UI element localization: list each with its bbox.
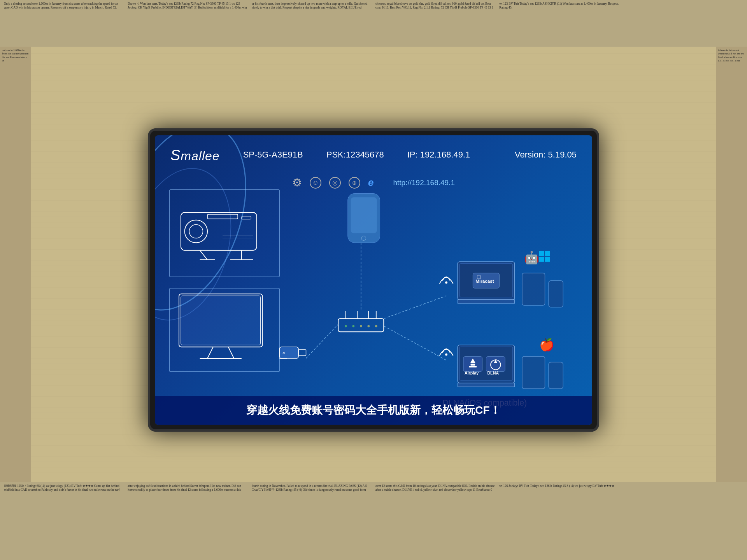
url-display: http://192.168.49.1 [393, 178, 455, 187]
svg-rect-1 [181, 212, 257, 250]
network-icon[interactable]: ⊕ [349, 177, 360, 189]
svg-rect-53 [545, 257, 550, 262]
svg-point-2 [185, 220, 207, 243]
svg-text:⬡: ⬡ [477, 274, 481, 280]
svg-text:🤖: 🤖 [524, 250, 539, 265]
svg-point-39 [445, 282, 447, 284]
svg-rect-51 [545, 251, 550, 256]
svg-rect-47 [522, 273, 545, 305]
svg-rect-20 [298, 350, 306, 356]
svg-line-37 [384, 326, 446, 360]
svg-text:Airplay: Airplay [465, 371, 479, 375]
smiley-icon[interactable]: ☺ [310, 177, 321, 189]
psk-info: PSK:12345678 [326, 150, 384, 160]
device-frame: Smallee SP-5G-A3E91B PSK:12345678 IP: 19… [148, 128, 599, 432]
svg-point-30 [345, 325, 347, 327]
svg-rect-61 [469, 366, 477, 368]
icons-row: ⚙ ☺ ◎ ⊕ e http://192.168.49.1 [155, 172, 592, 193]
svg-point-40 [445, 354, 447, 356]
svg-point-34 [375, 325, 377, 327]
svg-rect-60 [470, 364, 475, 366]
version-info: Version: 5.19.05 [515, 150, 577, 160]
gear-icon[interactable]: ⚙ [292, 176, 302, 189]
svg-rect-43 [458, 299, 514, 303]
main-diagram: « [155, 186, 592, 425]
svg-point-33 [367, 325, 370, 327]
brand-logo: Smallee [170, 145, 220, 164]
svg-line-15 [207, 347, 213, 358]
ie-icon[interactable]: e [368, 177, 374, 189]
svg-text:DLNA: DLNA [487, 371, 499, 375]
svg-rect-48 [549, 281, 563, 307]
svg-rect-66 [522, 357, 545, 389]
svg-rect-14 [181, 296, 261, 345]
svg-rect-52 [539, 257, 544, 262]
svg-point-32 [360, 325, 362, 327]
svg-rect-5 [242, 216, 251, 219]
svg-point-3 [189, 224, 203, 238]
svg-point-31 [352, 325, 354, 327]
ip-info: IP: 192.168.49.1 [407, 150, 515, 160]
svg-line-8 [200, 250, 207, 260]
promo-banner: 穿越火线免费账号密码大全手机版新，轻松畅玩CF！ [155, 396, 592, 425]
svg-text:«: « [282, 350, 286, 356]
svg-rect-4 [207, 214, 238, 219]
svg-rect-57 [458, 383, 514, 387]
svg-rect-50 [539, 251, 544, 256]
header: Smallee SP-5G-A3E91B PSK:12345678 IP: 19… [155, 135, 592, 174]
svg-line-36 [384, 296, 446, 318]
svg-line-38 [306, 324, 338, 359]
device-model: SP-5G-A3E91B [243, 150, 303, 160]
svg-rect-23 [351, 197, 377, 233]
svg-rect-0 [170, 190, 280, 277]
svg-line-16 [228, 347, 234, 358]
settings-icon[interactable]: ◎ [329, 177, 341, 189]
banner-text: 穿越火线免费账号密码大全手机版新，轻松畅玩CF！ [246, 404, 500, 416]
screen: Smallee SP-5G-A3E91B PSK:12345678 IP: 19… [155, 135, 592, 425]
svg-text:🍎: 🍎 [539, 338, 554, 352]
svg-rect-67 [549, 362, 563, 388]
